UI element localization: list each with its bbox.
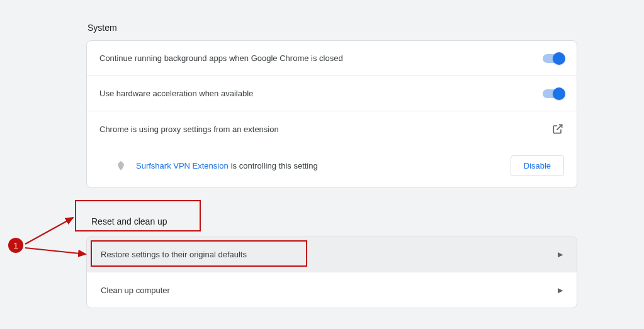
- hw-accel-toggle[interactable]: [543, 89, 564, 98]
- cleanup-computer-label: Clean up computer: [101, 286, 558, 295]
- annotation-badge-1: 1: [8, 238, 23, 253]
- extension-msg: is controlling this setting: [231, 161, 318, 170]
- chevron-right-icon: ▶: [558, 286, 563, 294]
- hw-accel-row: Use hardware acceleration when available: [87, 76, 577, 111]
- hw-accel-label: Use hardware acceleration when available: [99, 89, 543, 98]
- background-apps-toggle[interactable]: [543, 54, 564, 63]
- svg-line-0: [25, 218, 73, 244]
- annotation-arrow-2: [23, 245, 92, 260]
- proxy-label: Chrome is using proxy settings from an e…: [99, 125, 551, 134]
- extension-control-row: Surfshark VPN Extension is controlling t…: [87, 147, 577, 187]
- toggle-knob: [553, 52, 565, 65]
- restore-defaults-label: Restore settings to their original defau…: [101, 250, 558, 259]
- restore-defaults-row[interactable]: Restore settings to their original defau…: [87, 237, 577, 272]
- disable-button[interactable]: Disable: [511, 155, 564, 176]
- cleanup-computer-row[interactable]: Clean up computer ▶: [87, 272, 577, 308]
- extension-icon: [115, 160, 127, 172]
- external-link-icon: [551, 123, 564, 135]
- background-apps-label: Continue running background apps when Go…: [99, 53, 543, 63]
- chevron-right-icon: ▶: [558, 250, 563, 259]
- background-apps-row: Continue running background apps when Go…: [87, 41, 577, 76]
- reset-section-title: Reset and clean up: [88, 214, 171, 229]
- toggle-knob: [553, 87, 565, 100]
- svg-line-1: [25, 248, 86, 254]
- reset-card: Restore settings to their original defau…: [86, 237, 577, 308]
- extension-link[interactable]: Surfshark VPN Extension: [136, 161, 229, 170]
- proxy-row[interactable]: Chrome is using proxy settings from an e…: [87, 111, 577, 147]
- annotation-arrow-1: [23, 214, 79, 249]
- system-card: Continue running background apps when Go…: [86, 40, 577, 188]
- system-section-title: System: [88, 23, 577, 33]
